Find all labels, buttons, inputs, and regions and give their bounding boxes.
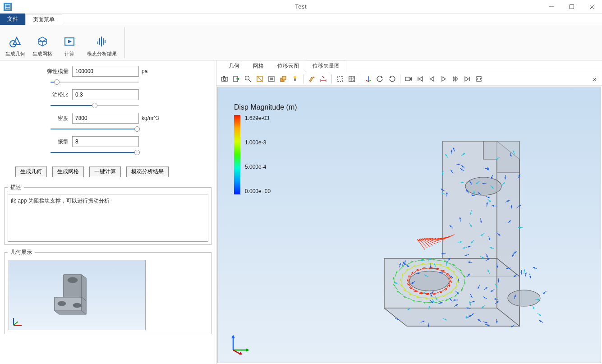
svg-marker-57 [453,77,455,81]
zoom-extents-icon[interactable] [266,74,277,84]
legend-tick: 0.000e+00 [245,188,271,194]
param-poisson-input[interactable] [72,89,139,100]
param-elastic-slider[interactable] [51,78,139,86]
titlebar: Test [0,0,602,14]
last-frame-icon[interactable] [462,74,473,84]
view-tab-disp-cloud[interactable]: 位移云图 [271,60,306,72]
param-density-unit: kg/m^3 [142,115,159,121]
close-button[interactable] [582,0,602,13]
svg-rect-2 [570,5,574,9]
param-mode-input[interactable] [72,136,139,147]
left-panel: 弹性模量 pa 泊松比 密度 kg/m^3 振型 生成几何 生成网格 一键计算 … [0,60,216,364]
svg-point-37 [294,76,296,78]
zoom-icon[interactable] [243,74,253,84]
legend-tick: 1.000e-3 [245,139,271,146]
btn-one-click[interactable]: 一键计算 [89,166,121,177]
btn-gen-geom[interactable]: 生成几何 [15,166,47,177]
legend-tick: 1.629e-03 [245,115,271,121]
svg-point-78 [409,271,449,291]
clear-icon[interactable] [306,74,317,84]
toolbar-separator [400,74,400,83]
param-density-input[interactable] [72,113,139,124]
ribbon-gen-geom-label: 生成几何 [5,51,25,57]
modal-result-icon [95,34,109,49]
svg-point-27 [223,78,226,80]
svg-marker-8 [68,40,72,43]
rotate-left-icon[interactable] [375,74,386,84]
svg-rect-34 [270,78,273,80]
param-mode-slider[interactable] [51,149,139,156]
param-density: 密度 kg/m^3 [3,113,213,124]
ribbon-modal-result-label: 模态分析结果 [87,51,117,57]
ribbon-group: 生成几何 生成网格 计算 模态分析结果 [4,27,125,58]
transparency-icon[interactable] [290,74,300,84]
measure-icon[interactable] [318,74,329,84]
view3d[interactable]: Disp Magnitude (m) 1.629e-03 1.000e-3 5.… [217,87,601,363]
svg-marker-373 [520,227,523,229]
param-elastic-label: 弹性模量 [43,68,69,75]
window-title: Test [295,4,307,10]
svg-point-20 [68,277,78,283]
select-all-icon[interactable] [346,74,357,84]
description-fieldset: 描述 此 app 为阻挡块支撑，可以进行振动分析 [5,184,211,245]
model-display [330,114,583,358]
svg-marker-16 [82,275,86,301]
param-poisson-slider[interactable] [51,102,139,109]
action-buttons: 生成几何 生成网格 一键计算 模态分析结果 [15,166,213,177]
main-area: 弹性模量 pa 泊松比 密度 kg/m^3 振型 生成几何 生成网格 一键计算 … [0,60,602,364]
description-legend: 描述 [8,184,24,191]
prev-frame-icon[interactable] [427,74,437,84]
geom-preview[interactable] [9,260,146,330]
ribbon-compute[interactable]: 计算 [58,27,81,58]
param-mode: 振型 [3,136,213,147]
camera-icon[interactable] [219,74,230,84]
svg-marker-54 [419,77,423,81]
maximize-button[interactable] [561,0,582,13]
export-icon[interactable] [231,74,242,84]
param-elastic-input[interactable] [72,66,139,77]
geom-preview-legend: 几何展示 [8,249,35,256]
btn-gen-mesh[interactable]: 生成网格 [52,166,84,177]
rotate-right-icon[interactable] [386,74,397,84]
svg-marker-445 [520,272,522,275]
minimize-button[interactable] [541,0,561,13]
select-rect-icon[interactable] [335,74,345,84]
param-poisson: 泊松比 [3,89,213,100]
toolbar-more-icon[interactable]: » [590,75,599,83]
select-box-icon[interactable] [254,74,265,84]
legend-title: Disp Magnitude (m) [234,103,297,111]
view-tab-geom[interactable]: 几何 [222,60,246,72]
param-density-slider[interactable] [51,125,139,133]
record-icon[interactable] [403,74,414,84]
svg-point-79 [508,290,540,306]
svg-marker-407 [525,272,527,274]
param-elastic: 弹性模量 pa [3,66,213,77]
ribbon-gen-mesh[interactable]: 生成网格 [31,27,54,58]
view-tab-mesh[interactable]: 网格 [246,60,271,72]
menu-tab-file[interactable]: 文件 [0,14,25,25]
svg-rect-44 [337,76,343,82]
next-frame-icon[interactable] [450,74,461,84]
btn-modal-result[interactable]: 模态分析结果 [126,166,169,177]
svg-marker-64 [231,335,235,338]
ribbon-modal-result[interactable]: 模态分析结果 [85,27,119,58]
view-tab-disp-vector[interactable]: 位移矢量图 [306,60,346,72]
menu-tab-page[interactable]: 页面菜单 [25,14,62,25]
ribbon-compute-label: 计算 [64,51,74,57]
svg-rect-28 [223,76,225,78]
view-tabs: 几何 网格 位移云图 位移矢量图 [216,60,602,72]
axis-triad [229,332,251,355]
view-toolbar: » [216,72,602,86]
scene-light-icon[interactable] [278,74,289,84]
first-frame-icon[interactable] [415,74,426,84]
reset-view-icon[interactable] [363,74,374,84]
play-icon[interactable] [438,74,449,84]
svg-line-31 [249,80,251,82]
svg-rect-51 [405,77,410,81]
svg-line-25 [14,322,18,325]
ribbon-gen-mesh-label: 生成网格 [32,51,52,57]
repeat-icon[interactable] [473,74,484,84]
svg-line-48 [366,80,368,82]
ribbon-gen-geom[interactable]: 生成几何 [4,27,27,58]
svg-marker-66 [246,348,249,352]
